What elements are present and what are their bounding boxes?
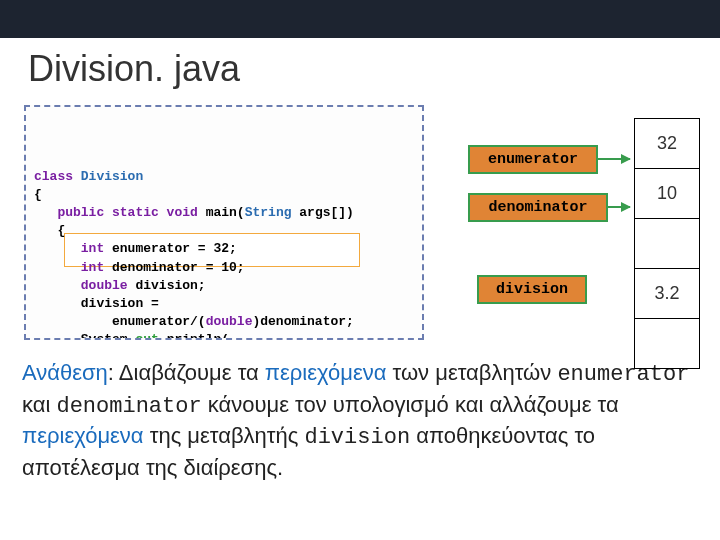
val-cell-3 <box>635 219 700 269</box>
top-bar <box>0 0 720 38</box>
slide-title: Division. java <box>28 48 720 90</box>
var-division: division <box>477 275 587 304</box>
val-cell-1: 32 <box>635 119 700 169</box>
code-text: class Division { public static void main… <box>34 168 414 340</box>
arrow-denom-to-val <box>608 206 630 208</box>
val-cell-5 <box>635 319 700 369</box>
val-cell-2: 10 <box>635 169 700 219</box>
main-area: class Division { public static void main… <box>20 100 700 350</box>
description: Ανάθεση: Διαβάζουμε τα περιεχόμενα των μ… <box>22 358 698 483</box>
value-table: 32 10 3.2 <box>634 118 700 369</box>
val-cell-4: 3.2 <box>635 269 700 319</box>
var-enumerator: enumerator <box>468 145 598 174</box>
var-denominator: denominator <box>468 193 608 222</box>
arrow-enum-to-val <box>598 158 630 160</box>
code-box: class Division { public static void main… <box>24 105 424 340</box>
